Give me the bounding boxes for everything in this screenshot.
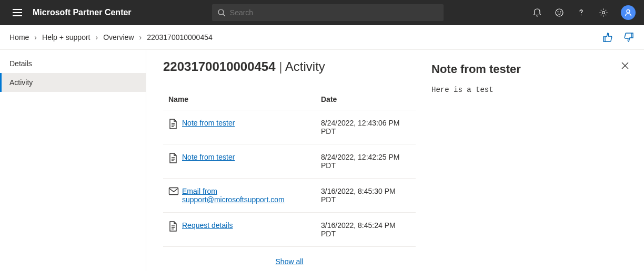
table-row: Note from tester 8/24/2022, 12:42:25 PM … — [163, 144, 416, 179]
document-icon — [168, 119, 182, 129]
page-title: 2203170010000454 | Activity — [163, 59, 416, 74]
column-name: Name — [168, 95, 321, 103]
menu-button[interactable] — [8, 5, 26, 20]
activity-date: 8/24/2022, 12:43:06 PM PDT — [321, 119, 410, 136]
svg-rect-14 — [169, 188, 178, 195]
app-header: Microsoft Partner Center — [0, 0, 644, 25]
detail-panel: Note from tester Here is a test — [431, 59, 631, 271]
table-row: Note from tester 8/24/2022, 12:43:06 PM … — [163, 110, 416, 144]
chevron-right-icon: › — [34, 33, 37, 41]
svg-point-4 — [560, 12, 561, 12]
table-row: Request details 3/16/2022, 8:45:24 PM PD… — [163, 213, 416, 247]
activity-date: 8/24/2022, 12:42:25 PM PDT — [321, 153, 410, 170]
svg-point-0 — [218, 9, 224, 15]
activity-date: 3/16/2022, 8:45:30 PM PDT — [321, 187, 410, 204]
table-row: Email from support@microsoftsupport.com … — [163, 179, 416, 213]
activity-link[interactable]: Note from tester — [182, 119, 235, 127]
search-box[interactable] — [212, 4, 444, 21]
svg-point-2 — [556, 9, 563, 16]
thumbs-up-icon[interactable] — [602, 32, 613, 43]
svg-point-7 — [627, 10, 630, 13]
activity-link[interactable]: Note from tester — [182, 153, 235, 161]
thumbs-down-icon[interactable] — [623, 32, 635, 43]
breadcrumb-overview[interactable]: Overview — [103, 33, 134, 41]
mail-icon — [168, 187, 182, 195]
help-icon[interactable] — [577, 8, 586, 17]
search-icon — [217, 8, 226, 17]
svg-point-5 — [581, 15, 582, 16]
breadcrumb-ticket[interactable]: 2203170010000454 — [147, 33, 213, 41]
svg-line-1 — [223, 14, 225, 16]
svg-point-3 — [558, 12, 558, 12]
sidebar-item-activity[interactable]: Activity — [0, 73, 146, 92]
user-avatar[interactable] — [621, 5, 636, 20]
sidebar-item-details[interactable]: Details — [0, 54, 146, 73]
search-input[interactable] — [230, 8, 438, 17]
detail-body: Here is a test — [431, 86, 631, 94]
svg-point-6 — [602, 12, 605, 14]
breadcrumb-help[interactable]: Help + support — [42, 33, 90, 41]
feedback-smile-icon[interactable] — [555, 8, 564, 17]
main-content: 2203170010000454 | Activity Name Date No… — [163, 59, 416, 271]
close-button[interactable] — [621, 61, 629, 70]
sidebar: Details Activity — [0, 50, 146, 271]
column-date: Date — [321, 95, 410, 103]
document-icon — [168, 153, 182, 163]
breadcrumb-home[interactable]: Home — [9, 33, 29, 41]
page-section: Activity — [285, 59, 325, 74]
breadcrumb: Home › Help + support › Overview › 22031… — [9, 33, 213, 41]
table-header: Name Date — [163, 89, 416, 110]
settings-icon[interactable] — [599, 8, 608, 17]
activity-link[interactable]: Request details — [182, 221, 233, 230]
ticket-id: 2203170010000454 — [163, 59, 276, 74]
detail-title: Note from tester — [431, 62, 631, 76]
chevron-right-icon: › — [139, 33, 142, 41]
activity-link[interactable]: Email from support@microsoftsupport.com — [182, 187, 285, 204]
chevron-right-icon: › — [95, 33, 98, 41]
notifications-icon[interactable] — [532, 8, 542, 17]
activity-date: 3/16/2022, 8:45:24 PM PDT — [321, 221, 410, 238]
document-icon — [168, 221, 182, 232]
brand-title: Microsoft Partner Center — [33, 8, 132, 17]
breadcrumb-bar: Home › Help + support › Overview › 22031… — [0, 25, 644, 50]
show-all-link[interactable]: Show all — [276, 257, 304, 266]
